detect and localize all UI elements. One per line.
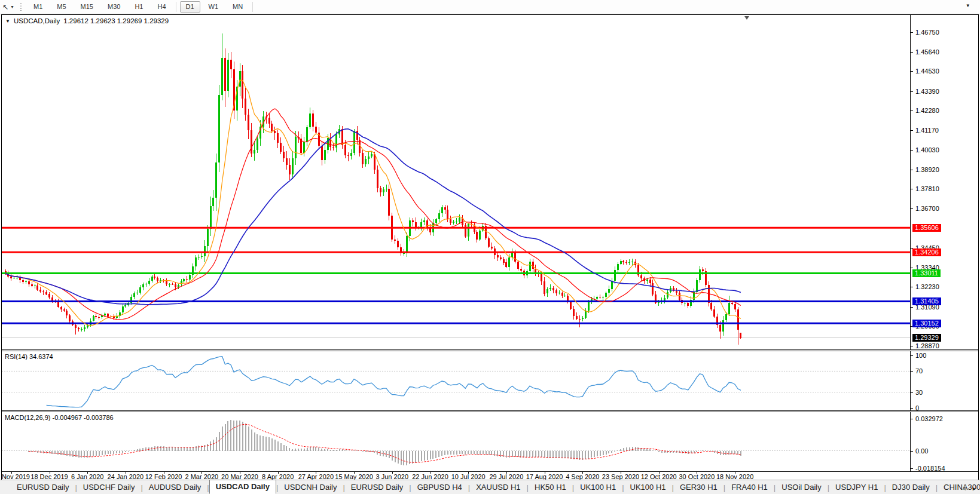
price-tick-label: 1.41170 <box>915 127 939 134</box>
tab-scroll-right-icon[interactable]: ► <box>972 486 977 492</box>
price-chart-canvas[interactable] <box>2 15 911 349</box>
axis-tick <box>911 130 913 131</box>
price-pane: ▼ USDCAD,Daily 1.29612 1.29623 1.29269 1… <box>2 15 978 349</box>
level-price-label: 1.34206 <box>912 248 941 256</box>
symbol-tab[interactable]: GER30 H1 <box>674 481 723 494</box>
symbol-tab-active[interactable]: USDCAD Daily <box>209 480 276 494</box>
price-tick-label: 1.38920 <box>915 166 939 174</box>
rsi-tick-label: 0 <box>915 404 919 412</box>
level-price-label: 1.35606 <box>912 224 941 232</box>
cursor-tool-icon: ↖ <box>2 4 8 11</box>
macd-indicator-label: MACD(12,26,9) -0.004967 -0.003786 <box>5 414 114 421</box>
price-axis[interactable]: 1.467501.456401.445301.433901.422801.411… <box>910 15 978 349</box>
level-price-label: 1.33011 <box>912 269 941 277</box>
axis-tick <box>911 150 913 151</box>
chart-collapse-icon[interactable]: ▼ <box>5 19 10 24</box>
price-tick-label: 1.40030 <box>915 146 939 154</box>
symbol-tab[interactable]: EURUSD Daily <box>11 481 75 494</box>
macd-chart-canvas[interactable] <box>2 412 911 471</box>
price-tick-label: 1.36700 <box>915 205 939 213</box>
toolbar-drag-handle[interactable] <box>20 2 22 11</box>
chart-quote-values: 1.29612 1.29623 1.29269 1.29329 <box>63 17 169 24</box>
timeframe-button-w1[interactable]: W1 <box>203 1 225 13</box>
timeframe-toolbar: ↖ ▼ M1M5M15M30H1H4D1W1MN ▾ <box>0 0 980 14</box>
axis-tick <box>911 408 913 409</box>
macd-tick-label: 0.00 <box>915 447 928 455</box>
toolbar-group-separator <box>252 2 253 12</box>
price-tick-label: 1.44530 <box>915 67 939 75</box>
symbol-tab[interactable]: USDCHF Daily <box>77 481 141 494</box>
symbol-tab[interactable]: DJ30 Daily <box>886 481 936 494</box>
axis-tick <box>911 268 913 268</box>
axis-tick <box>911 287 913 287</box>
trading-platform-window: ↖ ▼ M1M5M15M30H1H4D1W1MN ▾ ▼ USDCAD,Dail… <box>0 0 980 494</box>
price-tick-label: 1.43390 <box>915 88 939 96</box>
current-price-label: 1.29329 <box>912 334 941 342</box>
symbol-tab[interactable]: FRA40 H1 <box>725 481 774 494</box>
level-price-label: 1.30152 <box>912 320 941 327</box>
axis-tick <box>911 346 913 346</box>
macd-axis[interactable]: 0.0329720.00-0.018154 <box>910 412 978 471</box>
price-tick-label: 1.46750 <box>915 29 939 36</box>
axis-tick <box>911 419 913 419</box>
axis-tick <box>911 451 913 452</box>
symbol-tab[interactable]: HK50 H1 <box>529 481 572 494</box>
chart-window: ▼ USDCAD,Daily 1.29612 1.29623 1.29269 1… <box>1 14 979 480</box>
chart-title: ▼ USDCAD,Daily 1.29612 1.29623 1.29269 1… <box>5 17 169 24</box>
symbol-tab[interactable]: UK100 H1 <box>574 481 622 494</box>
chart-symbol-label: USDCAD,Daily <box>14 17 60 24</box>
axis-tick <box>911 32 913 33</box>
price-tick-label: 1.45640 <box>915 48 939 56</box>
axis-tick <box>911 208 913 209</box>
toolbar-overflow-icon[interactable]: ▾ <box>966 2 969 8</box>
symbol-tab[interactable]: USOil Daily <box>776 481 827 494</box>
axis-tick <box>911 71 913 72</box>
timeframe-buttons: M1M5M15M30H1H4D1W1MN <box>26 1 255 13</box>
symbol-tab[interactable]: XAUUSD H1 <box>470 481 526 494</box>
symbol-tab[interactable]: UK100 H1 <box>624 481 672 494</box>
rsi-tick-label: 30 <box>915 389 923 397</box>
axis-tick <box>911 170 913 170</box>
axis-tick <box>911 111 913 111</box>
symbol-tab[interactable]: EURUSD Daily <box>345 481 409 494</box>
symbol-tab[interactable]: AUDUSD Daily <box>143 481 207 494</box>
timeframe-button-d1[interactable]: D1 <box>180 1 200 13</box>
axis-tick <box>911 371 913 372</box>
tab-scroll-left-icon[interactable]: ◄ <box>961 486 967 492</box>
rsi-indicator-label: RSI(14) 34.6374 <box>5 353 53 360</box>
cursor-tool-button[interactable]: ↖ ▼ <box>2 4 14 11</box>
tab-scrollers: ◄ ► <box>961 486 977 492</box>
timeframe-button-m30[interactable]: M30 <box>102 1 126 13</box>
macd-pane: MACD(12,26,9) -0.004967 -0.003786 0.0329… <box>2 412 978 471</box>
price-tick-label: 1.37810 <box>915 185 939 193</box>
macd-tick-label: 0.032972 <box>915 415 943 423</box>
price-tick-label: 1.28870 <box>915 342 939 350</box>
axis-tick <box>911 468 913 469</box>
rsi-tick-label: 70 <box>915 367 923 375</box>
axis-tick <box>911 307 913 308</box>
axis-tick <box>911 52 913 53</box>
symbol-tab[interactable]: USDCNH Daily <box>278 481 343 494</box>
axis-tick <box>911 91 913 92</box>
timeframe-button-mn[interactable]: MN <box>227 1 249 13</box>
cursor-tool-dropdown-icon[interactable]: ▼ <box>10 5 14 9</box>
price-tick-label: 1.42280 <box>915 107 939 115</box>
chart-shift-marker <box>744 16 749 20</box>
timeframe-button-m1[interactable]: M1 <box>28 1 48 13</box>
rsi-tick-label: 100 <box>915 352 926 360</box>
timeframe-button-m5[interactable]: M5 <box>51 1 72 13</box>
symbol-tab[interactable]: USDJPY H1 <box>829 481 884 494</box>
price-tick-label: 1.32230 <box>915 283 939 291</box>
rsi-chart-canvas[interactable] <box>2 351 911 410</box>
timeframe-button-m15[interactable]: M15 <box>75 1 99 13</box>
level-price-label: 1.31405 <box>912 297 941 305</box>
symbol-tabbar: EURUSD Daily|USDCHF Daily|AUDUSD Daily|U… <box>0 480 980 494</box>
timeframe-button-h4[interactable]: H4 <box>151 1 172 13</box>
timeframe-button-h1[interactable]: H1 <box>129 1 149 13</box>
symbol-tab[interactable]: GBPUSD H4 <box>411 481 468 494</box>
symbol-tabs: EURUSD Daily|USDCHF Daily|AUDUSD Daily|U… <box>11 480 980 494</box>
rsi-axis[interactable]: 10070300 <box>910 351 978 410</box>
toolbar-group-separator <box>176 2 176 12</box>
rsi-pane: RSI(14) 34.6374 10070300 <box>2 351 978 410</box>
axis-tick <box>911 392 913 393</box>
